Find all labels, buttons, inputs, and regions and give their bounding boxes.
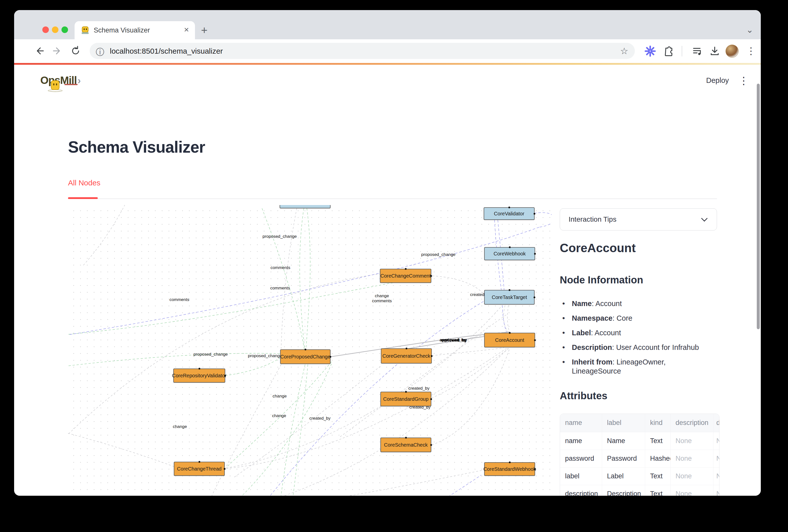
graph-node[interactable]: CoreStandardGroup [380,392,431,406]
graph-edge [340,314,508,437]
list-item: Label: Account [560,328,701,337]
graph-edge [226,306,502,468]
table-cell: None [713,485,720,496]
edge-label: proposed_change [248,353,282,358]
table-cell: None [670,467,713,485]
list-item: Inherit from: LineageOwner, LineageSourc… [560,357,701,376]
expander-label: Interaction Tips [569,215,616,223]
graph-edge [68,227,539,336]
close-window-button[interactable] [42,26,49,33]
browser-menu-icon[interactable]: ⋮ [746,45,756,56]
tab-strip: Schema Visualizer × + ⌄ [14,10,761,39]
playlist-icon[interactable] [691,45,704,57]
attributes-table[interactable]: namelabelkinddescriptiondefault_valuenam… [560,414,720,496]
opsmill-logo[interactable]: OpsMill [40,73,98,91]
table-cell: label [560,467,602,485]
graph-node[interactable]: CoreChangeComment [380,269,431,283]
reload-button[interactable] [70,45,82,57]
table-cell: Label [602,467,645,485]
attributes-heading: Attributes [560,390,607,401]
download-icon[interactable] [708,45,721,57]
app-menu-icon[interactable]: ⋮ [738,75,749,86]
table-cell: description [560,485,602,496]
graph-edge [226,364,332,496]
profile-avatar[interactable] [726,44,738,58]
graph-canvas[interactable]: proposed_changecommentscommentscommentsp… [68,205,552,496]
graph-edge [225,358,281,376]
interaction-tips-expander[interactable]: Interaction Tips [560,208,717,231]
graph-node[interactable]: CoreValidator [484,207,535,220]
tab-search-chevron-icon[interactable]: ⌄ [746,25,753,35]
extension-spark-icon[interactable] [644,45,656,57]
graph-edge [226,470,484,496]
graph-node[interactable]: CoreTaskTarget [484,290,535,304]
table-cell: None [713,467,720,485]
graph-node[interactable]: CoreAccount [484,333,535,347]
list-item: Namespace: Core [560,314,701,323]
table-cell: None [670,432,713,450]
graph-node[interactable]: CoreChangeThread [174,462,225,476]
table-cell: Password [602,450,645,467]
graph-edge [365,475,481,496]
graph-node[interactable]: CoreSchemaCheck [380,437,431,452]
edge-label: comments [170,297,189,302]
column-header[interactable]: default_value [713,414,720,432]
table-cell: name [560,432,602,450]
url-text[interactable]: localhost:8501/schema_visualizer [110,47,223,55]
column-header[interactable]: label [602,414,645,432]
edge-label: comments [270,285,290,291]
zoom-window-button[interactable] [61,26,68,33]
browser-tab[interactable]: Schema Visualizer × [75,21,195,39]
graph-edge [300,208,304,349]
edge-label: proposed_change [262,234,297,239]
graph-edge [507,305,510,333]
tab-bar: All Nodes [68,179,100,187]
table-row[interactable]: passwordPasswordHashedPasswordNoneNone [560,450,720,467]
table-cell: Text [645,467,670,485]
graph-edge [68,274,380,442]
edge-label: change [273,394,287,399]
node-title: CoreAccount [560,241,636,255]
sidebar-expand-chevron-icon[interactable]: › [78,75,81,86]
graph-node[interactable]: CoreStandardWebhook [484,462,535,476]
column-header[interactable]: kind [645,414,670,432]
deploy-button[interactable]: Deploy [706,76,729,85]
table-row[interactable]: nameNameTextNoneNone [560,432,720,450]
tab-all-nodes[interactable]: All Nodes [68,179,100,187]
edge-label: reviewed_by [441,338,467,343]
edge-label: change [173,424,187,429]
app-page: OpsMill › Deploy ⋮ Schema Visualizer All… [14,65,761,496]
forward-button[interactable] [52,45,63,57]
column-header[interactable]: name [560,414,602,432]
site-info-icon[interactable]: ⓘ [96,46,104,58]
table-cell: Text [645,485,670,496]
graph-node[interactable] [280,205,331,208]
minimize-window-button[interactable] [52,26,58,33]
graph-node[interactable]: CoreWebhook [484,247,535,260]
bookmark-star-icon[interactable]: ☆ [620,46,628,56]
graph-edge [262,208,304,349]
graph-node[interactable]: CoreProposedChange [280,349,331,364]
tab-title: Schema Visualizer [94,26,150,34]
edge-label: proposed_change [194,352,228,357]
graph-edge [281,208,297,349]
tab-close-icon[interactable]: × [184,25,189,35]
table-cell: None [670,485,713,496]
chevron-down-icon [701,215,707,221]
edge-label: change comments [372,293,392,303]
table-row[interactable]: descriptionDescriptionTextNoneNone [560,485,720,496]
graph-edge [432,349,509,445]
edge-label: comments [271,265,290,270]
extensions-puzzle-icon[interactable] [662,45,675,57]
graph-node[interactable]: CoreGeneratorCheck [381,348,432,363]
new-tab-button[interactable]: + [201,26,208,35]
column-header[interactable]: description [670,414,713,432]
url-bar[interactable]: ⓘ localhost:8501/schema_visualizer ☆ [90,43,635,59]
table-row[interactable]: labelLabelTextNoneNone [560,467,720,485]
edge-label: created_by [309,416,331,421]
page-scrollbar[interactable] [757,84,760,329]
screen: Schema Visualizer × + ⌄ ⓘ localhost:8501… [0,0,788,532]
graph-node[interactable]: CoreRepositoryValidator [173,369,225,382]
back-button[interactable] [33,45,45,57]
opsmill-robot-icon [51,80,59,90]
